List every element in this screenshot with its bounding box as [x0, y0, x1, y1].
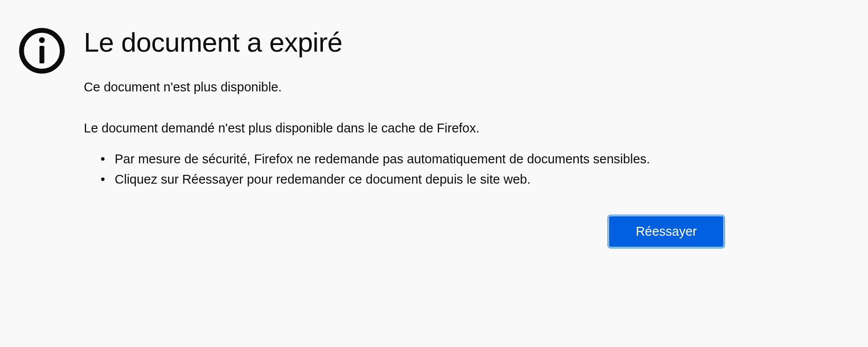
list-item: Cliquez sur Réessayer pour redemander ce…: [106, 169, 723, 189]
error-content: Le document a expiré Ce document n'est p…: [84, 26, 723, 247]
list-item: Par mesure de sécurité, Firefox ne redem…: [106, 149, 723, 169]
error-description: Le document demandé n'est plus disponibl…: [84, 121, 723, 136]
error-bullet-list: Par mesure de sécurité, Firefox ne redem…: [84, 149, 723, 190]
info-icon: [18, 26, 66, 75]
svg-point-1: [39, 37, 45, 43]
error-title: Le document a expiré: [84, 26, 723, 58]
error-subtitle: Ce document n'est plus disponible.: [84, 80, 723, 94]
button-row: Réessayer: [84, 216, 723, 247]
icon-wrapper: [18, 26, 66, 77]
error-page-container: Le document a expiré Ce document n'est p…: [18, 26, 850, 247]
retry-button[interactable]: Réessayer: [609, 216, 723, 247]
svg-rect-2: [40, 46, 45, 64]
